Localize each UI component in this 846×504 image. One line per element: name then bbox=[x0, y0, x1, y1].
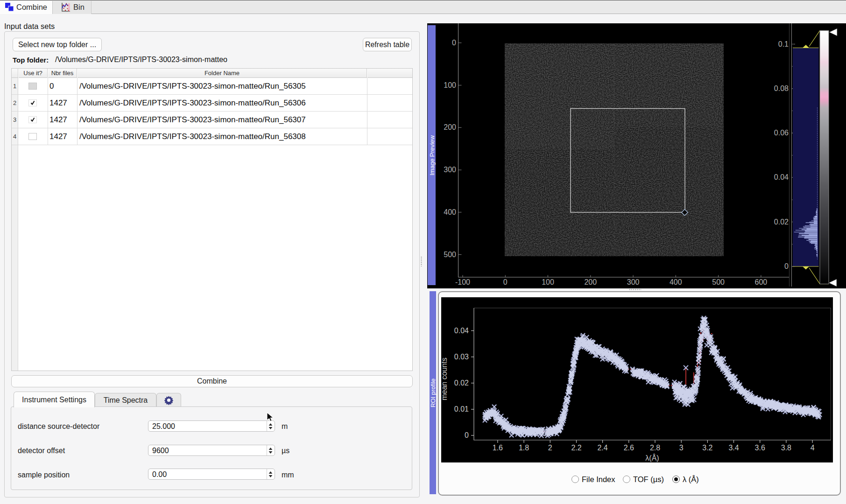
svg-text:0.08: 0.08 bbox=[774, 84, 789, 92]
svg-text:0: 0 bbox=[465, 431, 469, 439]
svg-text:3.8: 3.8 bbox=[781, 444, 791, 452]
svg-text:3.2: 3.2 bbox=[702, 444, 712, 452]
svg-text:200: 200 bbox=[444, 123, 456, 131]
svg-text:100: 100 bbox=[542, 278, 554, 286]
svg-text:1.6: 1.6 bbox=[493, 444, 503, 452]
svg-text:600: 600 bbox=[755, 278, 768, 286]
svg-text:0.02: 0.02 bbox=[774, 218, 789, 226]
svg-text:1.8: 1.8 bbox=[519, 444, 529, 452]
svg-text:2: 2 bbox=[548, 444, 552, 452]
svg-text:mean counts: mean counts bbox=[440, 357, 448, 400]
svg-text:2.2: 2.2 bbox=[571, 444, 581, 452]
svg-text:400: 400 bbox=[670, 278, 682, 286]
svg-text:200: 200 bbox=[584, 278, 597, 286]
svg-text:0.1: 0.1 bbox=[778, 40, 789, 48]
svg-text:0.02: 0.02 bbox=[454, 379, 469, 387]
svg-text:4: 4 bbox=[811, 444, 815, 452]
svg-text:0.03: 0.03 bbox=[454, 353, 469, 361]
svg-text:0.06: 0.06 bbox=[774, 129, 789, 137]
svg-text:3: 3 bbox=[679, 444, 684, 452]
svg-text:100: 100 bbox=[444, 81, 456, 89]
svg-text:300: 300 bbox=[627, 278, 640, 286]
svg-text:0: 0 bbox=[784, 262, 789, 270]
svg-text:3.6: 3.6 bbox=[755, 444, 765, 452]
svg-text:500: 500 bbox=[712, 278, 725, 286]
svg-text:2.8: 2.8 bbox=[650, 444, 660, 452]
svg-text:500: 500 bbox=[444, 251, 456, 259]
svg-text:0: 0 bbox=[452, 39, 456, 47]
svg-text:2.6: 2.6 bbox=[624, 444, 634, 452]
svg-text:400: 400 bbox=[444, 208, 456, 216]
svg-text:0.04: 0.04 bbox=[454, 327, 469, 335]
svg-text:λ(Å): λ(Å) bbox=[645, 454, 659, 462]
svg-text:3.4: 3.4 bbox=[728, 444, 739, 452]
svg-text:0: 0 bbox=[503, 278, 508, 286]
svg-text:0.04: 0.04 bbox=[774, 173, 789, 181]
svg-text:-100: -100 bbox=[455, 278, 470, 286]
svg-text:2.4: 2.4 bbox=[597, 444, 607, 452]
svg-text:300: 300 bbox=[444, 166, 456, 174]
svg-text:0.01: 0.01 bbox=[454, 405, 469, 413]
